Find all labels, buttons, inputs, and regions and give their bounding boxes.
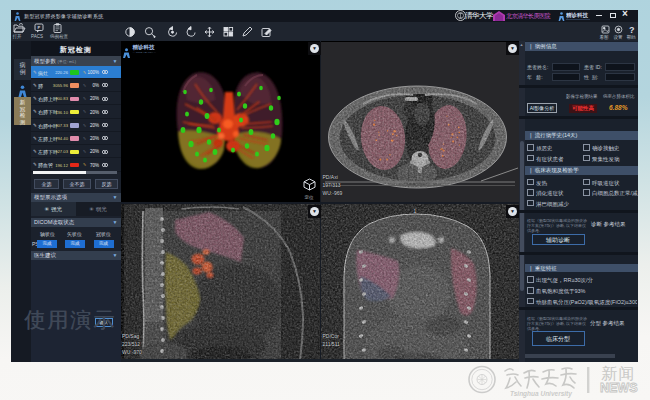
svg-text:P: P xyxy=(38,25,41,30)
svg-text:Tsinghua University: Tsinghua University xyxy=(510,390,572,398)
svg-text:?: ? xyxy=(629,25,635,34)
